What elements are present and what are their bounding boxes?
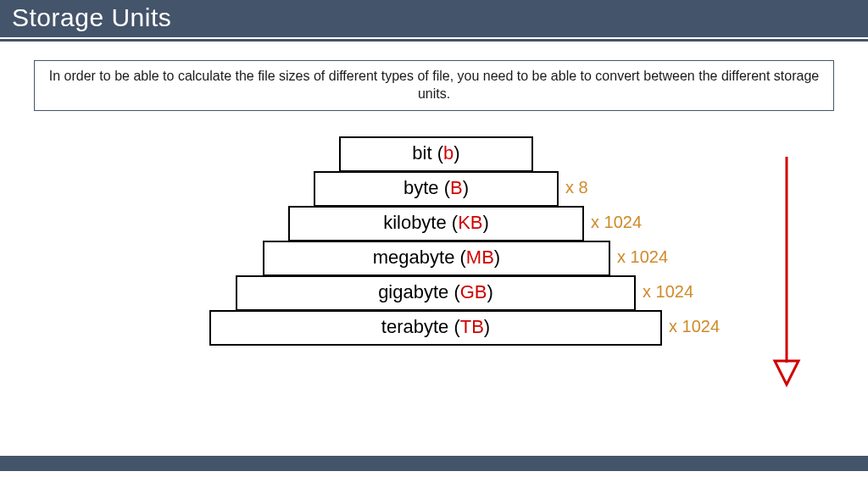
unit-abbr: b <box>443 142 453 164</box>
down-arrow-icon <box>770 152 804 390</box>
unit-abbr: TB <box>460 316 484 337</box>
level-tb: terabyte (TB) <box>209 310 662 346</box>
unit-abbr: MB <box>466 247 494 268</box>
unit-name: megabyte ( <box>373 247 466 268</box>
unit-name: kilobyte ( <box>383 212 458 233</box>
level-mb: megabyte (MB) <box>263 241 610 276</box>
unit-abbr: B <box>450 177 463 198</box>
unit-abbr: KB <box>458 212 482 233</box>
unit-abbr: GB <box>460 281 487 302</box>
level-b: bit (b) <box>339 136 533 172</box>
multiplier-label: x 1024 <box>643 282 693 302</box>
level-b: byte (B) <box>314 171 559 207</box>
unit-name: bit ( <box>412 142 443 164</box>
unit-name: byte ( <box>403 177 450 198</box>
multiplier-label: x 1024 <box>617 247 668 267</box>
storage-pyramid: bit (b)byte (B)x 8kilobyte (KB)x 1024meg… <box>0 136 868 391</box>
level-gb: gigabyte (GB) <box>236 275 636 311</box>
slide-title: Storage Units <box>0 0 868 37</box>
intro-text: In order to be able to calculate the fil… <box>34 60 834 111</box>
multiplier-label: x 1024 <box>669 317 720 336</box>
multiplier-label: x 1024 <box>591 213 642 232</box>
multiplier-label: x 8 <box>565 178 588 197</box>
level-kb: kilobyte (KB) <box>288 206 584 241</box>
footer-bar <box>0 456 868 471</box>
unit-name: gigabyte ( <box>378 281 460 302</box>
title-divider <box>0 39 868 42</box>
unit-name: terabyte ( <box>381 316 460 337</box>
svg-marker-1 <box>775 361 798 385</box>
